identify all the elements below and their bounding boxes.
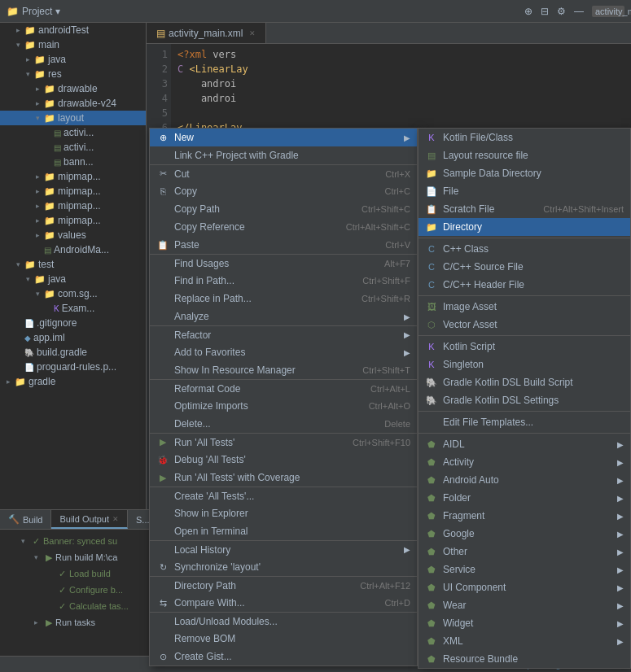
menu-item-favorites[interactable]: Add to Favorites ▶: [150, 343, 417, 361]
submenu-item-sample-data[interactable]: 📁 Sample Data Directory: [418, 164, 630, 182]
menu-item-find-usages[interactable]: Find Usages Alt+F7: [150, 254, 417, 272]
gradle-build-icon: 🐘: [425, 377, 438, 388]
submenu-item-file[interactable]: 📄 File: [418, 182, 630, 200]
menu-item-show-explorer[interactable]: Show in Explorer: [150, 504, 417, 522]
run-icon: ▶: [46, 615, 52, 630]
submenu-item-aidl[interactable]: ⬟ AIDL ▶: [418, 435, 630, 453]
menu-item-optimize[interactable]: Optimize Imports Ctrl+Alt+O: [150, 397, 417, 415]
submenu-item-singleton[interactable]: K Singleton: [418, 356, 630, 373]
tree-item-androidmanifest[interactable]: ▤ AndroidMa...: [0, 242, 146, 257]
menu-item-debug-tests[interactable]: 🐞 Debug 'All Tests': [150, 451, 417, 469]
menu-item-create-gist[interactable]: ⊙ Create Gist...: [150, 648, 417, 665]
settings-icon[interactable]: ⚙: [557, 6, 566, 17]
editor-tab-activity[interactable]: ▤ activity_main.xml ✕: [147, 23, 266, 43]
submenu-item-activity[interactable]: ⬟ Activity ▶: [418, 453, 630, 471]
menu-item-new[interactable]: ⊕ New ▶: [150, 129, 417, 146]
submenu-item-scratch-file[interactable]: 📋 Scratch File Ctrl+Alt+Shift+Insert: [418, 200, 630, 218]
menu-item-analyze[interactable]: Analyze ▶: [150, 308, 417, 325]
submenu-item-wear[interactable]: ⬟ Wear ▶: [418, 596, 630, 614]
arrow-icon: [16, 260, 24, 268]
submenu-item-ui-component[interactable]: ⬟ UI Component ▶: [418, 578, 630, 596]
menu-item-copy-ref[interactable]: Copy Reference Ctrl+Alt+Shift+C: [150, 218, 417, 236]
submenu-item-gradle-kotlin-settings[interactable]: 🐘 Gradle Kotlin DSL Settings: [418, 391, 630, 409]
tree-item-main[interactable]: 📁 main: [0, 37, 146, 52]
submenu-item-cpp-header[interactable]: C C/C++ Header File: [418, 276, 630, 294]
menu-item-replace-path[interactable]: Replace in Path... Ctrl+Shift+R: [150, 290, 417, 308]
tree-item-androidTest[interactable]: 📁 androidTest: [0, 23, 146, 37]
tree-item-java2[interactable]: 📁 java: [0, 272, 146, 286]
tree-item-gitignore[interactable]: 📄 .gitignore: [0, 316, 146, 330]
menu-item-dir-path[interactable]: Directory Path Ctrl+Alt+F12: [150, 576, 417, 594]
globe-icon[interactable]: ⊕: [524, 6, 532, 17]
other-icon: ⬟: [425, 547, 438, 557]
tree-item-test[interactable]: 📁 test: [0, 257, 146, 272]
menu-item-local-history[interactable]: Local History ▶: [150, 540, 417, 558]
tree-item-proguard[interactable]: 📄 proguard-rules.p...: [0, 360, 146, 374]
tree-item-res[interactable]: 📁 res: [0, 67, 146, 81]
tree-item-mipmap2[interactable]: 📁 mipmap...: [0, 184, 146, 199]
dropdown-arrow[interactable]: ▾: [55, 6, 60, 17]
menu-item-delete[interactable]: Delete... Delete: [150, 415, 417, 433]
tree-item-java[interactable]: 📁 java: [0, 52, 146, 67]
menu-item-run-coverage[interactable]: ▶ Run 'All Tests' with Coverage: [150, 469, 417, 487]
menu-item-copy-path[interactable]: Copy Path Ctrl+Shift+C: [150, 200, 417, 218]
tree-item-buildgradle[interactable]: 🐘 build.gradle: [0, 345, 146, 360]
layout-icon[interactable]: ⊟: [541, 6, 549, 17]
submenu-item-gradle-kotlin-build[interactable]: 🐘 Gradle Kotlin DSL Build Script: [418, 373, 630, 391]
submenu-item-edit-templates[interactable]: Edit File Templates...: [418, 413, 630, 431]
menu-item-copy[interactable]: ⎘ Copy Ctrl+C: [150, 182, 417, 200]
submenu-item-google[interactable]: ⬟ Google ▶: [418, 525, 630, 543]
tree-item-drawable-v24[interactable]: 📁 drawable-v24: [0, 96, 146, 111]
menu-item-resource-manager[interactable]: Show In Resource Manager Ctrl+Shift+T: [150, 361, 417, 379]
menu-item-link-cpp[interactable]: Link C++ Project with Gradle: [150, 146, 417, 164]
tree-item-values[interactable]: 📁 values: [0, 228, 146, 242]
tree-item-exam[interactable]: K Exam...: [0, 301, 146, 316]
submenu-item-other[interactable]: ⬟ Other ▶: [418, 543, 630, 561]
menu-item-open-terminal[interactable]: Open in Terminal: [150, 522, 417, 540]
menu-item-cut[interactable]: ✂ Cut Ctrl+X: [150, 164, 417, 182]
submenu-item-vector-asset[interactable]: ⬡ Vector Asset: [418, 316, 630, 334]
tree-item-mipmap3[interactable]: 📁 mipmap...: [0, 199, 146, 213]
submenu-item-xml[interactable]: ⬟ XML ▶: [418, 632, 630, 650]
menu-item-compare[interactable]: ⇆ Compare With... Ctrl+D: [150, 594, 417, 612]
tree-item-gradle[interactable]: 📁 gradle: [0, 374, 146, 389]
submenu-item-kotlin-class[interactable]: K Kotlin File/Class: [418, 129, 630, 146]
bottom-tab-build-output[interactable]: Build Output ✕: [51, 510, 128, 529]
menu-item-run-tests[interactable]: ▶ Run 'All Tests' Ctrl+Shift+F10: [150, 433, 417, 451]
tree-item-comsg[interactable]: 📁 com.sg...: [0, 286, 146, 301]
submenu-item-layout-resource[interactable]: ▤ Layout resource file: [418, 146, 630, 164]
menu-item-load-unload[interactable]: Load/Unload Modules...: [150, 612, 417, 630]
tree-item-drawable[interactable]: 📁 drawable: [0, 81, 146, 96]
bottom-tab-build[interactable]: 🔨 Build: [0, 510, 51, 529]
submenu-item-kotlin-script[interactable]: K Kotlin Script: [418, 338, 630, 356]
submenu-item-fragment[interactable]: ⬟ Fragment ▶: [418, 507, 630, 525]
close-tab-icon[interactable]: ✕: [249, 29, 256, 37]
tree-item-mipmap1[interactable]: 📁 mipmap...: [0, 169, 146, 184]
tree-item-banner[interactable]: ▤ bann...: [0, 155, 146, 169]
tree-item-layout[interactable]: 📁 layout: [0, 111, 146, 125]
submenu-item-service[interactable]: ⬟ Service ▶: [418, 561, 630, 578]
submenu-item-directory[interactable]: 📁 Directory: [418, 218, 630, 236]
menu-item-create-tests[interactable]: Create 'All Tests'...: [150, 487, 417, 504]
editor-tab-filename[interactable]: activity_main.xml: [592, 6, 624, 17]
menu-item-paste[interactable]: 📋 Paste Ctrl+V: [150, 236, 417, 254]
menu-item-reformat[interactable]: Reformat Code Ctrl+Alt+L: [150, 379, 417, 397]
submenu-item-image-asset[interactable]: 🖼 Image Asset: [418, 298, 630, 316]
submenu-item-android-auto[interactable]: ⬟ Android Auto ▶: [418, 471, 630, 489]
menu-item-remove-bom[interactable]: Remove BOM: [150, 630, 417, 648]
close-tab-icon[interactable]: ✕: [112, 515, 119, 523]
submenu-item-resource-bundle[interactable]: ⬟ Resource Bundle: [418, 650, 630, 668]
menu-item-refactor[interactable]: Refactor ▶: [150, 325, 417, 343]
submenu-item-widget[interactable]: ⬟ Widget ▶: [418, 614, 630, 632]
submenu-item-folder[interactable]: ⬟ Folder ▶: [418, 489, 630, 507]
tree-item-activity1[interactable]: ▤ activi...: [0, 125, 146, 140]
tree-item-mipmap4[interactable]: 📁 mipmap...: [0, 213, 146, 228]
menu-item-synchronize[interactable]: ↻ Synchronize 'layout': [150, 558, 417, 576]
submenu-item-cpp-source[interactable]: C C/C++ Source File: [418, 258, 630, 276]
tree-item-appiml[interactable]: ◆ app.iml: [0, 330, 146, 345]
tree-item-activity2[interactable]: ▤ activi...: [0, 140, 146, 155]
tree-item-label: bann...: [64, 156, 94, 168]
minimize-icon[interactable]: —: [574, 6, 584, 17]
submenu-item-cpp-class[interactable]: C C++ Class: [418, 240, 630, 258]
menu-item-find-path[interactable]: Find in Path... Ctrl+Shift+F: [150, 272, 417, 290]
